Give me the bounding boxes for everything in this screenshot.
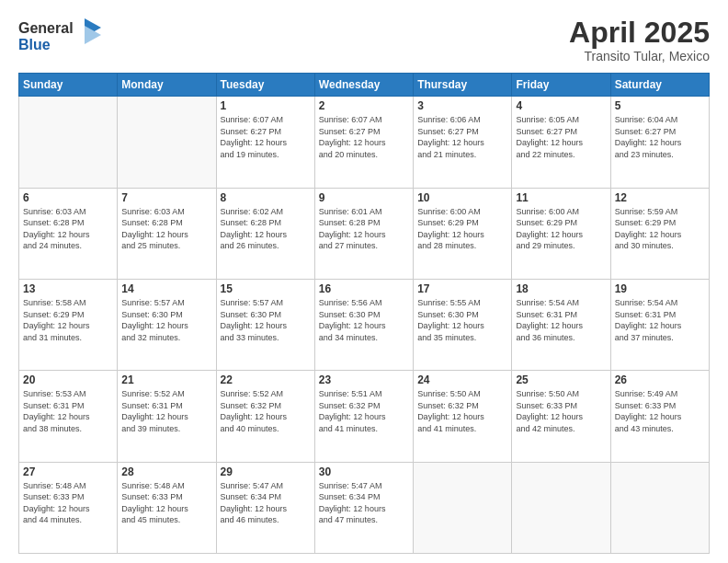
day-cell: 20Sunrise: 5:53 AM Sunset: 6:31 PM Dayli… — [19, 371, 118, 462]
day-cell: 18Sunrise: 5:54 AM Sunset: 6:31 PM Dayli… — [512, 279, 610, 370]
day-cell: 14Sunrise: 5:57 AM Sunset: 6:30 PM Dayli… — [118, 279, 216, 370]
day-cell — [610, 462, 709, 553]
day-cell — [19, 97, 118, 188]
title-block: April 2025 Transito Tular, Mexico — [569, 17, 710, 63]
month-title: April 2025 — [569, 17, 710, 49]
day-number: 15 — [221, 282, 311, 295]
day-info: Sunrise: 6:05 AM Sunset: 6:27 PM Dayligh… — [516, 114, 606, 160]
day-cell: 9Sunrise: 6:01 AM Sunset: 6:28 PM Daylig… — [314, 188, 413, 279]
day-number: 25 — [516, 373, 606, 386]
day-cell: 13Sunrise: 5:58 AM Sunset: 6:29 PM Dayli… — [19, 279, 118, 370]
day-cell: 16Sunrise: 5:56 AM Sunset: 6:30 PM Dayli… — [314, 279, 413, 370]
day-cell: 26Sunrise: 5:49 AM Sunset: 6:33 PM Dayli… — [610, 371, 709, 462]
day-cell: 5Sunrise: 6:04 AM Sunset: 6:27 PM Daylig… — [610, 97, 709, 188]
day-info: Sunrise: 5:50 AM Sunset: 6:33 PM Dayligh… — [516, 388, 606, 434]
day-cell: 2Sunrise: 6:07 AM Sunset: 6:27 PM Daylig… — [314, 97, 413, 188]
day-number: 22 — [221, 373, 311, 386]
day-info: Sunrise: 5:59 AM Sunset: 6:29 PM Dayligh… — [615, 206, 705, 252]
day-info: Sunrise: 5:58 AM Sunset: 6:29 PM Dayligh… — [23, 297, 113, 343]
day-number: 29 — [221, 465, 311, 478]
day-info: Sunrise: 5:51 AM Sunset: 6:32 PM Dayligh… — [319, 388, 409, 434]
day-cell: 6Sunrise: 6:03 AM Sunset: 6:28 PM Daylig… — [19, 188, 118, 279]
weekday-header-sunday: Sunday — [19, 74, 118, 97]
weekday-header-thursday: Thursday — [414, 74, 512, 97]
day-number: 6 — [23, 191, 113, 204]
logo-block: General Blue — [18, 17, 119, 59]
header: General Blue April 2025 Transito Tular, … — [18, 17, 710, 63]
day-cell: 1Sunrise: 6:07 AM Sunset: 6:27 PM Daylig… — [216, 97, 314, 188]
day-info: Sunrise: 6:03 AM Sunset: 6:28 PM Dayligh… — [121, 206, 211, 252]
day-number: 4 — [516, 99, 606, 112]
weekday-header-row: SundayMondayTuesdayWednesdayThursdayFrid… — [19, 74, 710, 97]
day-cell: 22Sunrise: 5:52 AM Sunset: 6:32 PM Dayli… — [216, 371, 314, 462]
day-info: Sunrise: 6:07 AM Sunset: 6:27 PM Dayligh… — [221, 114, 311, 160]
page: General Blue April 2025 Transito Tular, … — [0, 0, 728, 563]
day-cell — [414, 462, 512, 553]
day-info: Sunrise: 6:07 AM Sunset: 6:27 PM Dayligh… — [319, 114, 409, 160]
day-number: 19 — [615, 282, 705, 295]
day-number: 9 — [319, 191, 409, 204]
day-info: Sunrise: 5:52 AM Sunset: 6:31 PM Dayligh… — [121, 388, 211, 434]
day-number: 8 — [221, 191, 311, 204]
day-info: Sunrise: 5:47 AM Sunset: 6:34 PM Dayligh… — [221, 480, 311, 526]
day-number: 5 — [615, 99, 705, 112]
weekday-header-monday: Monday — [118, 74, 216, 97]
day-number: 21 — [121, 373, 211, 386]
calendar-table: SundayMondayTuesdayWednesdayThursdayFrid… — [18, 73, 710, 554]
day-number: 17 — [417, 282, 507, 295]
day-info: Sunrise: 5:54 AM Sunset: 6:31 PM Dayligh… — [615, 297, 705, 343]
day-cell: 10Sunrise: 6:00 AM Sunset: 6:29 PM Dayli… — [414, 188, 512, 279]
day-info: Sunrise: 5:57 AM Sunset: 6:30 PM Dayligh… — [221, 297, 311, 343]
day-info: Sunrise: 5:55 AM Sunset: 6:30 PM Dayligh… — [417, 297, 507, 343]
weekday-header-friday: Friday — [512, 74, 610, 97]
day-number: 3 — [417, 99, 507, 112]
day-cell: 23Sunrise: 5:51 AM Sunset: 6:32 PM Dayli… — [314, 371, 413, 462]
day-number: 28 — [121, 465, 211, 478]
day-cell — [118, 97, 216, 188]
day-number: 12 — [615, 191, 705, 204]
day-cell: 8Sunrise: 6:02 AM Sunset: 6:28 PM Daylig… — [216, 188, 314, 279]
week-row-3: 13Sunrise: 5:58 AM Sunset: 6:29 PM Dayli… — [19, 279, 710, 370]
day-info: Sunrise: 6:00 AM Sunset: 6:29 PM Dayligh… — [516, 206, 606, 252]
day-cell: 15Sunrise: 5:57 AM Sunset: 6:30 PM Dayli… — [216, 279, 314, 370]
location-title: Transito Tular, Mexico — [569, 49, 710, 63]
day-info: Sunrise: 6:02 AM Sunset: 6:28 PM Dayligh… — [221, 206, 311, 252]
day-info: Sunrise: 5:48 AM Sunset: 6:33 PM Dayligh… — [23, 480, 113, 526]
day-info: Sunrise: 6:00 AM Sunset: 6:29 PM Dayligh… — [417, 206, 507, 252]
day-number: 10 — [417, 191, 507, 204]
day-cell: 24Sunrise: 5:50 AM Sunset: 6:32 PM Dayli… — [414, 371, 512, 462]
day-info: Sunrise: 5:50 AM Sunset: 6:32 PM Dayligh… — [417, 388, 507, 434]
day-number: 30 — [319, 465, 409, 478]
day-cell: 3Sunrise: 6:06 AM Sunset: 6:27 PM Daylig… — [414, 97, 512, 188]
day-number: 26 — [615, 373, 705, 386]
day-cell: 25Sunrise: 5:50 AM Sunset: 6:33 PM Dayli… — [512, 371, 610, 462]
day-info: Sunrise: 5:47 AM Sunset: 6:34 PM Dayligh… — [319, 480, 409, 526]
logo: General Blue — [18, 17, 119, 59]
day-cell: 29Sunrise: 5:47 AM Sunset: 6:34 PM Dayli… — [216, 462, 314, 553]
day-info: Sunrise: 5:49 AM Sunset: 6:33 PM Dayligh… — [615, 388, 705, 434]
day-cell: 7Sunrise: 6:03 AM Sunset: 6:28 PM Daylig… — [118, 188, 216, 279]
week-row-4: 20Sunrise: 5:53 AM Sunset: 6:31 PM Dayli… — [19, 371, 710, 462]
svg-text:Blue: Blue — [18, 37, 51, 52]
day-cell: 30Sunrise: 5:47 AM Sunset: 6:34 PM Dayli… — [314, 462, 413, 553]
day-number: 11 — [516, 191, 606, 204]
day-cell — [512, 462, 610, 553]
day-info: Sunrise: 5:48 AM Sunset: 6:33 PM Dayligh… — [121, 480, 211, 526]
day-info: Sunrise: 6:01 AM Sunset: 6:28 PM Dayligh… — [319, 206, 409, 252]
day-number: 7 — [121, 191, 211, 204]
day-info: Sunrise: 5:56 AM Sunset: 6:30 PM Dayligh… — [319, 297, 409, 343]
day-number: 16 — [319, 282, 409, 295]
day-number: 20 — [23, 373, 113, 386]
day-number: 14 — [121, 282, 211, 295]
day-info: Sunrise: 6:03 AM Sunset: 6:28 PM Dayligh… — [23, 206, 113, 252]
day-number: 2 — [319, 99, 409, 112]
week-row-5: 27Sunrise: 5:48 AM Sunset: 6:33 PM Dayli… — [19, 462, 710, 553]
day-number: 24 — [417, 373, 507, 386]
logo-svg: General Blue — [18, 17, 119, 55]
day-cell: 17Sunrise: 5:55 AM Sunset: 6:30 PM Dayli… — [414, 279, 512, 370]
day-number: 27 — [23, 465, 113, 478]
day-cell: 28Sunrise: 5:48 AM Sunset: 6:33 PM Dayli… — [118, 462, 216, 553]
day-cell: 19Sunrise: 5:54 AM Sunset: 6:31 PM Dayli… — [610, 279, 709, 370]
day-info: Sunrise: 5:57 AM Sunset: 6:30 PM Dayligh… — [121, 297, 211, 343]
day-cell: 21Sunrise: 5:52 AM Sunset: 6:31 PM Dayli… — [118, 371, 216, 462]
